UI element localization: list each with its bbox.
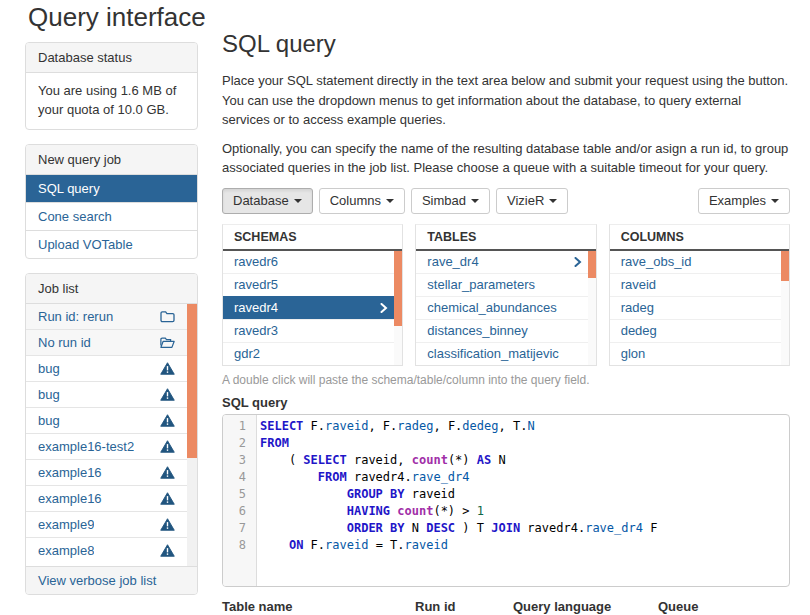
- columns-item-rave-obs-id[interactable]: rave_obs_id: [610, 251, 789, 273]
- query-form: Table name Run id Query language Postgre…: [222, 599, 790, 615]
- tables-column: TABLESrave_dr4stellar_parameterschemical…: [415, 224, 596, 366]
- line-code: ORDER BY N DESC ) T JOIN ravedr4.rave_dr…: [256, 520, 657, 537]
- item-label: gdr2: [234, 346, 260, 361]
- editor-line: 3 ( SELECT raveid, count(*) AS N: [223, 452, 789, 469]
- schemas-scrollbar-thumb[interactable]: [394, 251, 402, 326]
- queue-field: Queue 60 Seconds: [658, 599, 782, 615]
- columns-scrollbar-thumb[interactable]: [781, 251, 789, 282]
- sidebar-item-cone-search[interactable]: Cone search: [26, 202, 197, 230]
- line-code: FROM: [256, 435, 289, 452]
- tables-item-distances-binney[interactable]: distances_binney: [416, 319, 595, 342]
- job-list-item-example16[interactable]: example16: [26, 485, 197, 511]
- schemas-item-ravedr3[interactable]: ravedr3: [223, 319, 402, 342]
- examples-dropdown-label: Examples: [709, 193, 766, 208]
- columns-item-glon[interactable]: glon: [610, 342, 789, 365]
- tables-scrollbar-thumb[interactable]: [588, 251, 596, 278]
- columns-list: rave_obs_idraveidradegdedegglon: [610, 251, 789, 365]
- tables-item-classification-matijevic[interactable]: classification_matijevic: [416, 342, 595, 365]
- editor-lines: 1SELECT F.raveid, F.radeg, F.dedeg, T.N2…: [223, 418, 789, 554]
- tables-item-chemical-abundances[interactable]: chemical_abundances: [416, 296, 595, 319]
- view-verbose-job-list-link[interactable]: View verbose job list: [38, 573, 156, 588]
- job-label: bug: [38, 361, 60, 376]
- job-label: example16: [38, 465, 102, 480]
- job-list-item-run-id-rerun[interactable]: Run id: rerun: [26, 304, 197, 329]
- examples-dropdown-button[interactable]: Examples: [698, 188, 790, 214]
- sql-query-label: SQL query: [222, 395, 790, 410]
- warning-icon: [160, 466, 175, 479]
- item-label: chemical_abundances: [427, 300, 556, 315]
- line-code: GROUP BY raveid: [256, 486, 455, 503]
- item-label: distances_binney: [427, 323, 527, 338]
- job-list: Run id: rerunNo run idbugbugbugexample16…: [26, 304, 197, 566]
- line-number: 1: [223, 418, 256, 435]
- columns-item-radeg[interactable]: radeg: [610, 296, 789, 319]
- chevron-down-icon: [549, 199, 557, 203]
- vizier-dropdown-button[interactable]: VizieR: [496, 188, 568, 214]
- tables-scrollbar[interactable]: [588, 251, 596, 365]
- sidebar-item-upload-votable[interactable]: Upload VOTable: [26, 230, 197, 258]
- job-list-scrollbar[interactable]: [187, 304, 197, 566]
- job-list-item-bug[interactable]: bug: [26, 381, 197, 407]
- warning-icon: [160, 544, 175, 557]
- line-number: 5: [223, 486, 256, 503]
- item-label: ravedr3: [234, 323, 278, 338]
- database-status-panel: Database status You are using 1.6 MB of …: [25, 42, 198, 130]
- schemas-item-gdr2[interactable]: gdr2: [223, 342, 402, 365]
- intro-paragraph-1: Place your SQL statement directly in the…: [222, 71, 790, 130]
- sidebar-item-sql-query[interactable]: SQL query: [26, 175, 197, 202]
- tables-item-rave-dr4[interactable]: rave_dr4: [416, 251, 595, 273]
- vizier-dropdown-label: VizieR: [507, 193, 544, 208]
- schemas-item-ravedr6[interactable]: ravedr6: [223, 251, 402, 273]
- job-list-item-example9[interactable]: example9: [26, 511, 197, 537]
- warning-icon: [160, 518, 175, 531]
- item-label: raveid: [621, 277, 656, 292]
- line-number: 3: [223, 452, 256, 469]
- job-list-scrollbar-thumb[interactable]: [187, 304, 197, 459]
- new-query-job-header: New query job: [26, 145, 197, 175]
- tables-item-stellar-parameters[interactable]: stellar_parameters: [416, 273, 595, 296]
- editor-line: 1SELECT F.raveid, F.radeg, F.dedeg, T.N: [223, 418, 789, 435]
- job-label: bug: [38, 387, 60, 402]
- simbad-dropdown-button[interactable]: Simbad: [411, 188, 490, 214]
- columns-item-dedeg[interactable]: dedeg: [610, 319, 789, 342]
- job-list-item-example16[interactable]: example16: [26, 459, 197, 485]
- query-language-field: Query language PostgreSQL: [513, 599, 637, 615]
- dropdown-button-group: DatabaseColumnsSimbadVizieR: [222, 188, 568, 214]
- job-list-item-example8[interactable]: example8: [26, 537, 197, 563]
- section-title: SQL query: [222, 30, 790, 58]
- schemas-item-ravedr4[interactable]: ravedr4: [223, 296, 402, 319]
- schemas-column-header: SCHEMAS: [223, 225, 402, 251]
- line-number: 4: [223, 469, 256, 486]
- chevron-down-icon: [294, 199, 302, 203]
- line-number: 2: [223, 435, 256, 452]
- sql-editor[interactable]: 1SELECT F.raveid, F.radeg, F.dedeg, T.N2…: [222, 414, 790, 587]
- database-status-text: You are using 1.6 MB of your quota of 10…: [26, 73, 197, 129]
- job-label: bug: [38, 413, 60, 428]
- job-label: example16: [38, 491, 102, 506]
- job-list-footer: View verbose job list: [26, 566, 197, 594]
- columns-item-raveid[interactable]: raveid: [610, 273, 789, 296]
- job-list-item-no-run-id[interactable]: No run id: [26, 329, 197, 355]
- job-label: example9: [38, 517, 94, 532]
- editor-line: 4 FROM ravedr4.rave_dr4: [223, 469, 789, 486]
- columns-column-header: COLUMNS: [610, 225, 789, 251]
- columns-dropdown-button[interactable]: Columns: [319, 188, 405, 214]
- database-status-header: Database status: [26, 43, 197, 73]
- job-label: No run id: [38, 335, 91, 350]
- database-dropdown-button[interactable]: Database: [222, 188, 313, 214]
- columns-scrollbar[interactable]: [781, 251, 789, 365]
- schemas-item-ravedr5[interactable]: ravedr5: [223, 273, 402, 296]
- schemas-scrollbar[interactable]: [394, 251, 402, 365]
- query-toolbar: DatabaseColumnsSimbadVizieR Examples: [222, 188, 790, 214]
- chevron-right-icon: [380, 303, 388, 313]
- editor-line: 8 ON F.raveid = T.raveid: [223, 537, 789, 554]
- item-label: glon: [621, 346, 646, 361]
- job-list-item-bug[interactable]: bug: [26, 407, 197, 433]
- query-language-label: Query language: [513, 599, 637, 614]
- job-list-item-example16-test2[interactable]: example16-test2: [26, 433, 197, 459]
- folder-icon: [160, 310, 175, 323]
- editor-line: 2FROM: [223, 435, 789, 452]
- intro-paragraph-2: Optionally, you can specify the name of …: [222, 139, 790, 178]
- job-list-item-bug[interactable]: bug: [26, 355, 197, 381]
- chevron-down-icon: [771, 199, 779, 203]
